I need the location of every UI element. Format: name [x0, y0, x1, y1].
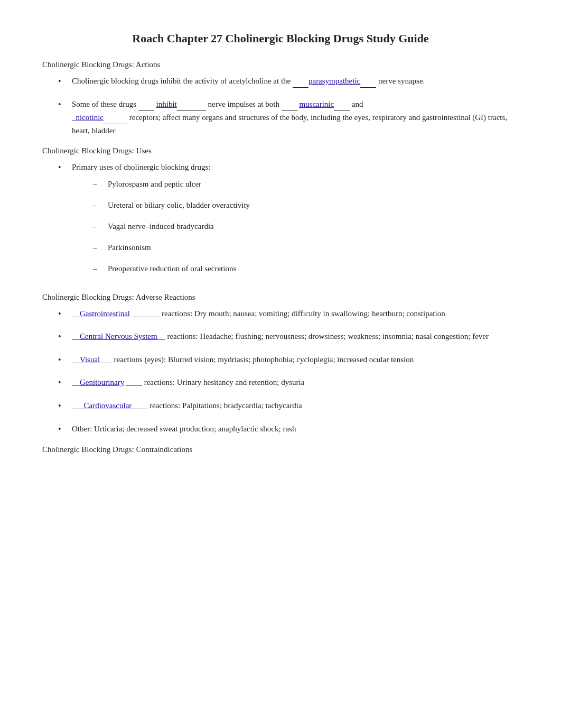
bullet-content: ___Cardiovascular____ reactions: Palpita…: [72, 399, 519, 412]
dash: –: [93, 220, 104, 233]
bullet-content: Other: Urticaria; decreased sweat produc…: [72, 422, 519, 435]
bullet-content: Some of these drugs inhibit nerve impuls…: [72, 98, 519, 137]
bullet-content: __Gastrointestinal _______ reactions: Dr…: [72, 307, 519, 320]
sub-list-uses: – Pylorospasm and peptic ulcer – Uretera…: [93, 178, 519, 275]
sub-item-text: Pylorospasm and peptic ulcer: [108, 178, 201, 190]
list-item: • __Central Nervous System__ reactions: …: [58, 330, 519, 344]
link-cardiovascular: Cardiovascular: [84, 401, 132, 410]
link-parasympathetic: parasympathetic: [308, 77, 360, 85]
bullet-dot: •: [58, 161, 68, 174]
list-item: • __Genitourinary ____ reactions: Urinar…: [58, 376, 519, 390]
list-item: – Pylorospasm and peptic ulcer: [93, 178, 519, 190]
link-visual: Visual: [80, 355, 100, 364]
bullet-dot: •: [58, 98, 68, 112]
list-item: • __Gastrointestinal _______ reactions: …: [58, 307, 519, 321]
list-item: • __Visual___ reactions (eyes): Blurred …: [58, 353, 519, 367]
bullet-content: Cholinergic blocking drugs inhibit the a…: [72, 75, 519, 88]
section-adverse-heading: Cholinergic Blocking Drugs: Adverse Reac…: [42, 293, 519, 302]
list-item: • Some of these drugs inhibit nerve impu…: [58, 98, 519, 137]
link-cns: Central Nervous System: [80, 332, 157, 340]
actions-bullet-list: • Cholinergic blocking drugs inhibit the…: [58, 75, 519, 137]
section-actions-heading: Cholinergic Blocking Drugs: Actions: [42, 60, 519, 69]
blank-prefix: ___: [72, 401, 84, 410]
bullet-dot: •: [58, 399, 68, 413]
sub-item-text: Ureteral or biliary colic, bladder overa…: [108, 199, 250, 211]
list-item: • ___Cardiovascular____ reactions: Palpi…: [58, 399, 519, 413]
link-nicotinic-prefix: _nicotinic: [72, 113, 104, 122]
section-adverse: Cholinergic Blocking Drugs: Adverse Reac…: [42, 293, 519, 436]
bullet-dot: •: [58, 330, 68, 344]
adverse-bullet-list: • __Gastrointestinal _______ reactions: …: [58, 307, 519, 436]
blank-prefix: __: [72, 309, 80, 318]
blank-suffix: ___: [100, 355, 112, 364]
blank-prefix: __: [72, 355, 80, 364]
list-item: – Preoperative reduction of oral secreti…: [93, 262, 519, 275]
blank-suffix: __: [157, 332, 165, 340]
blank: [334, 98, 350, 111]
list-item: – Ureteral or biliary colic, bladder ove…: [93, 199, 519, 211]
link-muscarinic: muscarinic: [299, 100, 334, 108]
list-item: – Vagal nerve–induced bradycardia: [93, 220, 519, 233]
section-uses-heading: Cholinergic Blocking Drugs: Uses: [42, 146, 519, 155]
bullet-dot: •: [58, 376, 68, 390]
dash: –: [93, 178, 104, 190]
bullet-dot: •: [58, 353, 68, 367]
blank-suffix: ____: [126, 378, 142, 386]
bullet-dot: •: [58, 75, 68, 88]
link-inhibit: inhibit: [156, 100, 177, 108]
blank-prefix: __: [72, 378, 80, 386]
list-item: – Parkinsonism: [93, 241, 519, 254]
section-contraindications: Cholinergic Blocking Drugs: Contraindica…: [42, 445, 519, 454]
section-uses: Cholinergic Blocking Drugs: Uses • Prima…: [42, 146, 519, 283]
list-item: • Cholinergic blocking drugs inhibit the…: [58, 75, 519, 88]
bullet-dot: •: [58, 422, 68, 436]
bullet-content: __Genitourinary ____ reactions: Urinary …: [72, 376, 519, 389]
dash: –: [93, 199, 104, 211]
link-gastrointestinal: Gastrointestinal: [80, 309, 130, 318]
dash: –: [93, 241, 104, 254]
blank-space: [360, 75, 376, 88]
bullet-content: Primary uses of cholinergic blocking dru…: [72, 161, 519, 283]
blank-space: [293, 75, 308, 88]
page-title: Roach Chapter 27 Cholinergic Blocking Dr…: [42, 32, 519, 45]
uses-bullet-list: • Primary uses of cholinergic blocking d…: [58, 161, 519, 283]
bullet-content: __Visual___ reactions (eyes): Blurred vi…: [72, 353, 519, 366]
section-actions: Cholinergic Blocking Drugs: Actions • Ch…: [42, 60, 519, 137]
bullet-content: __Central Nervous System__ reactions: He…: [72, 330, 519, 343]
sub-item-text: Vagal nerve–induced bradycardia: [108, 220, 214, 233]
list-item: • Primary uses of cholinergic blocking d…: [58, 161, 519, 283]
bullet-dot: •: [58, 307, 68, 321]
blank: [282, 98, 297, 111]
dash: –: [93, 262, 104, 275]
sub-item-text: Preoperative reduction of oral secretion…: [108, 262, 236, 275]
blank: [177, 98, 206, 111]
sub-item-text: Parkinsonism: [108, 241, 151, 254]
blank-suffix: ____: [132, 401, 147, 410]
blank: [138, 98, 154, 111]
list-item: • Other: Urticaria; decreased sweat prod…: [58, 422, 519, 436]
blank: [104, 111, 127, 124]
section-contraindications-heading: Cholinergic Blocking Drugs: Contraindica…: [42, 445, 519, 454]
blank-suffix: _______: [132, 309, 160, 318]
blank-prefix: __: [72, 332, 80, 340]
link-genitourinary: Genitourinary: [80, 378, 124, 386]
